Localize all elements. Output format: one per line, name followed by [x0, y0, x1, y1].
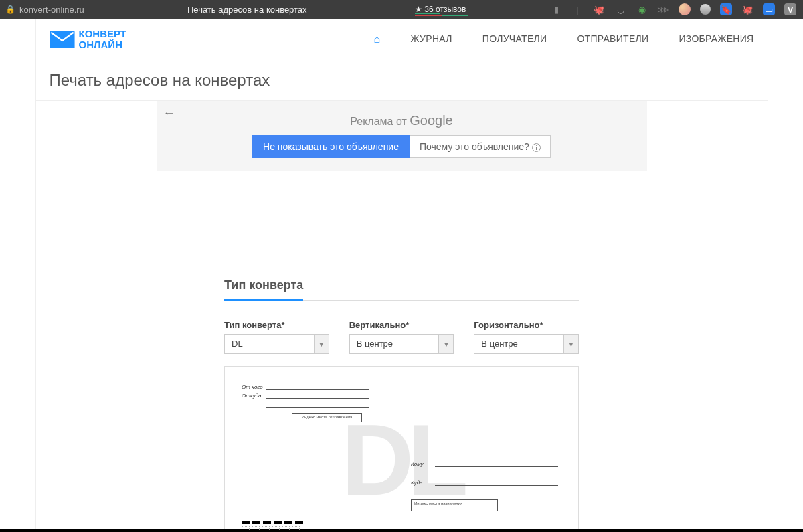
ad-hide-button[interactable]: Не показывать это объявление [252, 135, 410, 158]
pocket-icon[interactable]: ◡ [614, 3, 626, 15]
nav-images[interactable]: ИЗОБРАЖЕНИЯ [679, 33, 753, 46]
zoom-icon[interactable]: ▭ [763, 3, 775, 15]
extension-icon-1[interactable]: 🐙 [593, 3, 605, 15]
browser-chrome-bar: 🔒 konvert-online.ru Печать адресов на ко… [0, 0, 803, 19]
google-ad-block: ← Реклама от Google Не показывать это об… [157, 101, 647, 171]
page-title: Печать адресов на конвертах [36, 60, 768, 101]
horizontal-select[interactable]: В центре ▼ [474, 334, 579, 354]
separator-icon: | [571, 3, 584, 15]
type-label: Тип конверта* [224, 320, 329, 330]
vertical-select[interactable]: В центре ▼ [349, 334, 454, 354]
chevron-down-icon: ▼ [314, 335, 329, 353]
envelope-form: Тип конверта Тип конверта* DL ▼ Вертикал… [224, 278, 579, 532]
from-label: От кого [242, 384, 266, 390]
sender-block: От кого Откуда Индекс места отправления [242, 383, 561, 422]
nav-journal[interactable]: ЖУРНАЛ [411, 33, 452, 46]
bottom-bar [0, 529, 803, 532]
to-label: Кому [411, 461, 435, 467]
site-header: КОНВЕРТ ОНЛАЙН ⌂ ЖУРНАЛ ПОЛУЧАТЕЛИ ОТПРА… [36, 19, 768, 60]
v-icon[interactable]: V [784, 3, 796, 15]
from-line [266, 383, 369, 390]
to-line-3 [435, 489, 558, 495]
logo-line1: КОНВЕРТ [79, 29, 126, 39]
from-where-label: Откуда [242, 393, 266, 399]
horizontal-label: Горизонтально* [474, 320, 579, 330]
ad-back-arrow-icon[interactable]: ← [163, 106, 175, 120]
to-where-line [435, 479, 558, 486]
horizontal-value: В центре [474, 335, 563, 353]
type-select[interactable]: DL ▼ [224, 334, 329, 354]
site-logo[interactable]: КОНВЕРТ ОНЛАЙН [50, 29, 126, 50]
browser-extension-icons: ▮ | 🐙 ◡ ◉ ⋙ 🔖 🐙 ▭ V [550, 3, 796, 15]
logo-line2: ОНЛАЙН [79, 39, 126, 50]
reviews-underline [415, 15, 468, 16]
extension-icon-3[interactable]: 🐙 [741, 3, 753, 15]
logo-text: КОНВЕРТ ОНЛАЙН [79, 29, 126, 50]
nav-home-icon[interactable]: ⌂ [374, 33, 381, 46]
url-text: konvert-online.ru [19, 5, 84, 15]
recipient-block: Кому Куда Индекс места назначения [411, 460, 558, 511]
type-value: DL [225, 335, 314, 353]
ad-brand: Google [410, 113, 453, 128]
info-icon: i [532, 143, 541, 152]
envelope-preview: DL От кого Откуда Индекс места отправлен… [224, 366, 579, 532]
to-line [435, 460, 558, 467]
bookmark-ext-icon[interactable]: 🔖 [720, 3, 732, 15]
to-where-label: Куда [411, 480, 435, 486]
vertical-label: Вертикально* [349, 320, 454, 330]
to-line-2 [435, 470, 558, 476]
extension-icon-2[interactable]: ◉ [636, 3, 648, 15]
postal-barcode [242, 521, 303, 532]
envelope-icon [50, 31, 75, 48]
globe-icon[interactable] [700, 4, 711, 15]
chevron-down-icon: ▼ [563, 335, 578, 353]
from-line-2 [266, 401, 369, 408]
section-title: Тип конверта [224, 278, 303, 301]
ad-why-label: Почему это объявление? [420, 141, 529, 152]
page-container: КОНВЕРТ ОНЛАЙН ⌂ ЖУРНАЛ ПОЛУЧАТЕЛИ ОТПРА… [35, 19, 768, 532]
from-where-line [266, 392, 369, 399]
flag-icon-ru[interactable] [679, 3, 691, 15]
main-nav: ⌂ ЖУРНАЛ ПОЛУЧАТЕЛИ ОТПРАВИТЕЛИ ИЗОБРАЖЕ… [374, 33, 754, 46]
ad-prefix: Реклама от [350, 116, 410, 127]
vertical-value: В центре [350, 335, 439, 353]
svg-rect-0 [50, 31, 74, 48]
reviews-badge[interactable]: ★ 36 отзывов [415, 5, 466, 15]
tab-title: Печать адресов на конвертах [187, 5, 307, 15]
ad-label: Реклама от Google [157, 113, 647, 128]
bookmark-icon[interactable]: ▮ [550, 3, 562, 15]
rss-icon[interactable]: ⋙ [657, 3, 669, 15]
nav-recipients[interactable]: ПОЛУЧАТЕЛИ [482, 33, 547, 46]
sender-index-box: Индекс места отправления [292, 413, 362, 422]
ad-why-button[interactable]: Почему это объявление?i [410, 135, 551, 158]
nav-senders[interactable]: ОТПРАВИТЕЛИ [577, 33, 648, 46]
lock-icon: 🔒 [5, 5, 15, 14]
chevron-down-icon: ▼ [438, 335, 453, 353]
recipient-index-box: Индекс места назначения [411, 499, 498, 511]
